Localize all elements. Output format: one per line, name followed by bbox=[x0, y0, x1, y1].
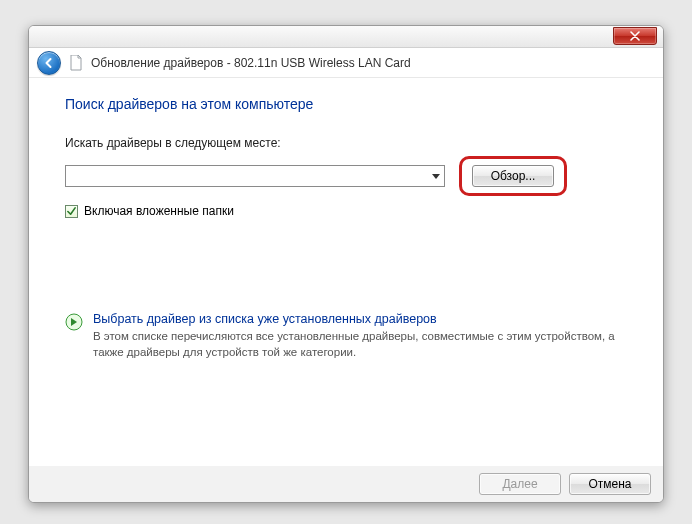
path-input[interactable] bbox=[70, 166, 440, 186]
pick-from-list-text: Выбрать драйвер из списка уже установлен… bbox=[93, 312, 627, 360]
content-area: Поиск драйверов на этом компьютере Искат… bbox=[29, 78, 663, 466]
arrow-right-icon bbox=[65, 313, 83, 331]
wizard-window: Обновление драйверов - 802.11n USB Wirel… bbox=[28, 25, 664, 503]
footer-bar: Далее Отмена bbox=[29, 466, 663, 502]
pick-from-list-title: Выбрать драйвер из списка уже установлен… bbox=[93, 312, 627, 326]
include-subfolders-label: Включая вложенные папки bbox=[84, 204, 234, 218]
include-subfolders-row: Включая вложенные папки bbox=[65, 204, 627, 218]
pick-from-list-option[interactable]: Выбрать драйвер из списка уже установлен… bbox=[65, 312, 627, 360]
path-combobox[interactable] bbox=[65, 165, 445, 187]
close-button[interactable] bbox=[613, 27, 657, 45]
browse-button[interactable]: Обзор... bbox=[472, 165, 554, 187]
page-heading: Поиск драйверов на этом компьютере bbox=[65, 96, 627, 112]
path-label: Искать драйверы в следующем месте: bbox=[65, 136, 627, 150]
arrow-left-icon bbox=[43, 57, 55, 69]
include-subfolders-checkbox[interactable] bbox=[65, 205, 78, 218]
pick-from-list-description: В этом списке перечисляются все установл… bbox=[93, 329, 627, 360]
close-icon bbox=[630, 31, 640, 41]
back-button[interactable] bbox=[37, 51, 61, 75]
next-button[interactable]: Далее bbox=[479, 473, 561, 495]
check-icon bbox=[67, 207, 76, 216]
cancel-button[interactable]: Отмена bbox=[569, 473, 651, 495]
header-bar: Обновление драйверов - 802.11n USB Wirel… bbox=[29, 48, 663, 78]
document-icon bbox=[69, 55, 83, 71]
browse-highlight: Обзор... bbox=[459, 156, 567, 196]
window-title: Обновление драйверов - 802.11n USB Wirel… bbox=[91, 56, 411, 70]
titlebar bbox=[29, 26, 663, 48]
path-row: Обзор... bbox=[65, 156, 627, 196]
